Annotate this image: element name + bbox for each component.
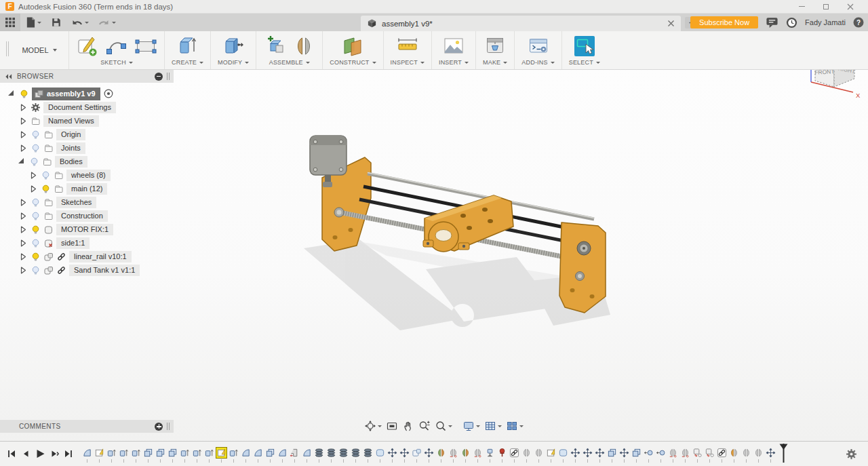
browser-item-wheels-8[interactable]: wheels (8): [0, 168, 174, 182]
browser-item-named-views[interactable]: Named Views: [0, 114, 174, 128]
timeline-feature-joint[interactable]: [436, 448, 446, 463]
timeline-feature-asbuilt[interactable]: [753, 448, 764, 463]
timeline-feature-slider[interactable]: [668, 448, 678, 463]
notifications-clock-icon[interactable]: [786, 17, 797, 28]
user-name[interactable]: Fady Jamati: [805, 18, 846, 26]
close-button[interactable]: [838, 0, 863, 13]
timeline-feature-asbuilt[interactable]: [534, 448, 544, 463]
browser-item-joints[interactable]: Joints: [0, 141, 174, 155]
timeline-feature-extrude[interactable]: [180, 448, 190, 463]
timeline-feature-slider[interactable]: [473, 448, 483, 463]
timeline-feature-hole[interactable]: [290, 448, 300, 463]
model-right-plate[interactable]: [559, 222, 606, 313]
timeline-feature-box[interactable]: [265, 448, 275, 463]
redo-button[interactable]: [94, 14, 121, 31]
collapsed-arrow-icon[interactable]: [18, 252, 28, 262]
timeline-feature-revolve[interactable]: [656, 448, 666, 463]
timeline-feature-link[interactable]: [717, 448, 727, 463]
create-sketch-icon[interactable]: [76, 35, 99, 58]
collapsed-arrow-icon[interactable]: [18, 211, 28, 221]
browser-item-construction[interactable]: Construction: [0, 209, 174, 222]
subscribe-now-button[interactable]: Subscribe Now: [690, 16, 758, 28]
press-pull-icon[interactable]: [222, 35, 245, 58]
insert-image-icon[interactable]: [442, 35, 465, 58]
view-cube[interactable]: TOP FRONT RIGHT Z X: [803, 70, 865, 104]
browser-collapse-all-button[interactable]: [155, 73, 163, 81]
visibility-bulb-off-icon[interactable]: [31, 143, 41, 153]
model-canvas[interactable]: BROWSER assembly1 v9Document SettingsNam…: [0, 70, 868, 441]
timeline-feature-coil[interactable]: [351, 448, 361, 463]
timeline-step-back-button[interactable]: [20, 448, 32, 460]
timeline-feature-move[interactable]: [583, 448, 593, 463]
toolbar-group-label[interactable]: ADD-INS: [521, 59, 554, 68]
timeline-feature-joint-orange[interactable]: [729, 448, 739, 463]
timeline-marker[interactable]: [779, 444, 788, 463]
toolbar-group-label[interactable]: MAKE: [483, 59, 507, 68]
browser-item-motor-fix-1[interactable]: MOTOR FIX:1: [0, 222, 174, 236]
timeline-feature-coil[interactable]: [326, 448, 336, 463]
timeline-feature-pin[interactable]: [497, 448, 507, 463]
rectangle-icon[interactable]: [134, 35, 157, 58]
collapse-panel-icon[interactable]: [4, 73, 13, 81]
collapsed-arrow-icon[interactable]: [18, 238, 28, 248]
timeline-feature-sketch-active[interactable]: [216, 448, 226, 463]
undo-button[interactable]: [66, 14, 94, 31]
timeline-feature-fillet[interactable]: [277, 448, 288, 463]
timeline-feature-joint[interactable]: [460, 448, 471, 463]
timeline-feature-fillet[interactable]: [253, 448, 263, 463]
timeline-feature-sketch[interactable]: [546, 448, 556, 463]
timeline-feature-fillet[interactable]: [82, 448, 92, 463]
timeline-feature-component[interactable]: [412, 448, 422, 463]
toolbar-group-label[interactable]: MODIFY: [218, 59, 249, 68]
expanded-arrow-icon[interactable]: [18, 158, 24, 163]
maximize-button[interactable]: [814, 0, 838, 13]
visibility-bulb-off-icon[interactable]: [31, 211, 41, 221]
collapsed-arrow-icon[interactable]: [18, 143, 28, 153]
file-menu-button[interactable]: [20, 14, 46, 31]
collapsed-arrow-icon[interactable]: [18, 265, 28, 275]
3d-print-icon[interactable]: [484, 35, 507, 58]
grid-display-button[interactable]: [482, 418, 504, 434]
timeline-feature-link[interactable]: [509, 448, 519, 463]
collapsed-arrow-icon[interactable]: [28, 170, 38, 180]
browser-item-assembly1-v9[interactable]: assembly1 v9: [0, 87, 174, 100]
collapsed-arrow-icon[interactable]: [18, 130, 28, 140]
timeline-feature-box[interactable]: [155, 448, 165, 463]
timeline-feature-sketch[interactable]: [94, 448, 104, 463]
pan-button[interactable]: [400, 418, 416, 434]
timeline-skip-end-button[interactable]: [62, 448, 75, 460]
timeline-feature-compdrop[interactable]: [705, 448, 715, 463]
timeline-feature-extrude[interactable]: [131, 448, 141, 463]
toolbar-group-label[interactable]: SKETCH: [100, 59, 133, 68]
timeline-feature-extrude[interactable]: [119, 448, 129, 463]
timeline-feature-fillet[interactable]: [302, 448, 312, 463]
timeline-feature-coil[interactable]: [314, 448, 324, 463]
browser-item-side1-1[interactable]: side1:1: [0, 236, 174, 250]
display-settings-button[interactable]: [460, 418, 482, 434]
visibility-bulb-off-icon[interactable]: [31, 130, 41, 140]
document-tab[interactable]: assembly1 v9*: [361, 16, 681, 31]
new-component-icon[interactable]: [263, 35, 286, 58]
viewports-button[interactable]: [504, 418, 526, 434]
select-cursor-button[interactable]: [574, 36, 595, 56]
toolbar-group-label[interactable]: INSPECT: [391, 59, 425, 68]
orbit-button[interactable]: [362, 418, 384, 434]
timeline-feature-box[interactable]: [607, 448, 617, 463]
expanded-arrow-icon[interactable]: [8, 90, 14, 96]
timeline-feature-move[interactable]: [424, 448, 434, 463]
collapsed-arrow-icon[interactable]: [18, 197, 28, 208]
timeline-feature-move[interactable]: [570, 448, 580, 463]
timeline-feature-extrude[interactable]: [106, 448, 117, 463]
visibility-bulb-on-icon[interactable]: [19, 89, 29, 99]
timeline-feature-asbuilt[interactable]: [521, 448, 532, 463]
browser-item-document-settings[interactable]: Document Settings: [0, 100, 174, 114]
timeline-feature-box[interactable]: [143, 448, 153, 463]
timeline-feature-extrude[interactable]: [204, 448, 214, 463]
toolbar-group-label[interactable]: SELECT: [569, 59, 600, 68]
close-tab-icon[interactable]: [667, 20, 675, 27]
timeline-feature-compdrop[interactable]: [692, 448, 703, 463]
timeline-feature-roundbox[interactable]: [375, 448, 385, 463]
visibility-bulb-off-icon[interactable]: [31, 197, 41, 208]
collapsed-arrow-icon[interactable]: [18, 116, 28, 126]
look-at-button[interactable]: [384, 418, 400, 434]
